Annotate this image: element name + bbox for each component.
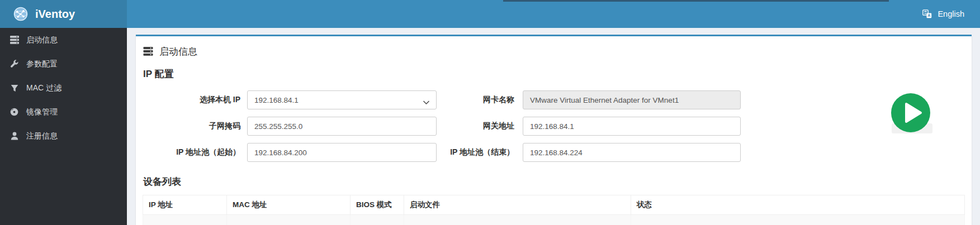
play-icon: [891, 93, 931, 135]
start-boot-service-button[interactable]: [891, 93, 933, 134]
brand-title: iVentoy: [35, 8, 75, 21]
ip-config-form: 选择本机 IP 192.168.84.1 网卡名称 子网掩码 网关地址: [143, 90, 965, 162]
sidebar-item-label: 注册信息: [26, 131, 58, 141]
sidebar-item-label: 参数配置: [26, 59, 58, 69]
language-switcher[interactable]: A English: [912, 0, 980, 28]
wrench-icon: [10, 60, 19, 68]
col-ip-address: IP 地址: [143, 195, 227, 215]
disc-icon: [10, 108, 19, 116]
translate-icon: A: [922, 9, 932, 18]
card-header: 启动信息: [143, 42, 965, 59]
ip-pool-end-field[interactable]: [523, 143, 741, 162]
host-ip-label: 选择本机 IP: [143, 95, 247, 105]
ip-pool-start-label: IP 地址池（起始）: [143, 147, 247, 157]
col-status: 状态: [631, 195, 965, 215]
sidebar-item-register-info[interactable]: 注册信息: [0, 124, 127, 148]
gateway-field[interactable]: [523, 117, 741, 136]
nic-name-field: [523, 90, 741, 109]
navbar-top-strip: [503, 0, 889, 2]
sidebar-item-label: MAC 过滤: [26, 83, 61, 93]
sidebar-item-mac-filter[interactable]: MAC 过滤: [0, 76, 127, 100]
sidebar: 启动信息 参数配置 MAC 过滤: [0, 28, 127, 225]
main-content: 启动信息 IP 配置 选择本机 IP 192.168.84.1 网卡名称: [127, 28, 980, 225]
server-icon: [143, 47, 153, 56]
host-ip-selected-value: 192.168.84.1: [254, 96, 299, 104]
form-row: 选择本机 IP 192.168.84.1 网卡名称: [143, 90, 965, 109]
col-bios-mode: BIOS 模式: [351, 195, 404, 215]
table-row-empty: [143, 215, 965, 225]
subnet-mask-label: 子网掩码: [143, 121, 247, 131]
sidebar-item-config[interactable]: 参数配置: [0, 52, 127, 76]
brand[interactable]: iVentoy: [0, 0, 127, 28]
svg-text:A: A: [928, 13, 931, 17]
user-icon: [10, 132, 19, 140]
col-mac-address: MAC 地址: [227, 195, 351, 215]
sidebar-item-label: 启动信息: [26, 35, 58, 45]
ip-pool-end-label: IP 地址池（结束）: [437, 147, 523, 157]
gateway-label: 网关地址: [437, 121, 523, 131]
ip-pool-start-field[interactable]: [247, 143, 437, 162]
device-table-header-row: IP 地址 MAC 地址 BIOS 模式 启动文件 状态: [143, 195, 965, 215]
host-ip-select[interactable]: 192.168.84.1: [247, 90, 437, 109]
col-boot-file: 启动文件: [404, 195, 631, 215]
server-icon: [10, 36, 19, 44]
subnet-mask-field[interactable]: [247, 117, 437, 136]
form-row: IP 地址池（起始） IP 地址池（结束）: [143, 143, 965, 162]
form-row: 子网掩码 网关地址: [143, 117, 965, 136]
navbar: A English: [127, 0, 980, 28]
ip-config-heading: IP 配置: [143, 69, 965, 80]
top-bar: iVentoy A English: [0, 0, 980, 28]
iventoy-app: iVentoy A English: [0, 0, 980, 225]
device-list-heading: 设备列表: [143, 176, 965, 188]
sidebar-item-image-mgmt[interactable]: 镜像管理: [0, 100, 127, 124]
nic-name-label: 网卡名称: [437, 95, 523, 105]
chevron-down-icon: [423, 98, 429, 107]
card-title: 启动信息: [159, 45, 197, 58]
boot-info-card: 启动信息 IP 配置 选择本机 IP 192.168.84.1 网卡名称: [136, 35, 972, 225]
sidebar-item-boot-info[interactable]: 启动信息: [0, 28, 127, 52]
filter-icon: [10, 84, 19, 92]
sidebar-item-label: 镜像管理: [26, 107, 58, 117]
globe-network-icon: [13, 7, 28, 21]
language-label: English: [938, 9, 964, 18]
device-table: IP 地址 MAC 地址 BIOS 模式 启动文件 状态: [143, 195, 965, 225]
